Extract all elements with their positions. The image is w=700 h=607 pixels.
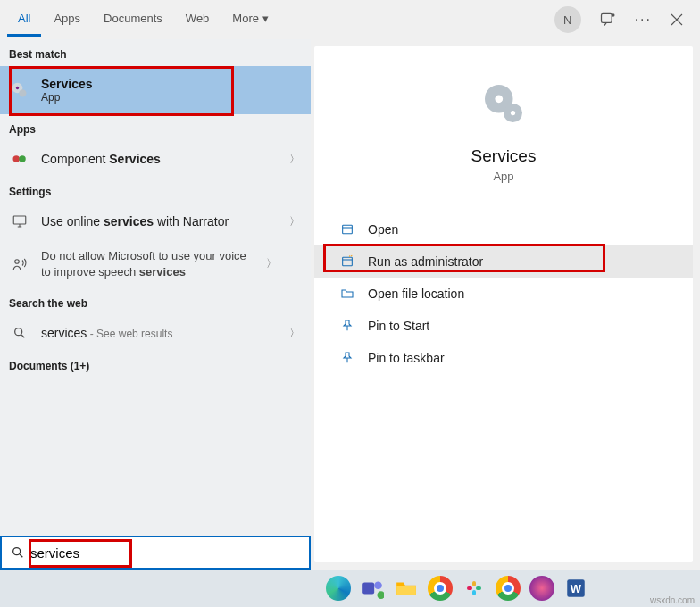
tab-apps[interactable]: Apps (43, 3, 91, 37)
tab-all[interactable]: All (7, 3, 41, 37)
highlight-run-admin (323, 244, 605, 272)
top-tabs-bar: All Apps Documents Web More ▾ N ··· (0, 0, 700, 39)
detail-panel: Services App Open Run as administrator (314, 46, 693, 562)
action-pin-to-start[interactable]: Pin to Start (314, 310, 693, 342)
folder-icon (339, 286, 355, 302)
monitor-icon (11, 212, 29, 230)
svg-point-9 (15, 328, 22, 336)
taskbar-chrome-icon[interactable] (425, 573, 455, 603)
svg-point-6 (19, 155, 26, 162)
result-speech-services[interactable]: Do not allow Microsoft to use your voice… (0, 239, 311, 288)
action-label: Pin to taskbar (368, 351, 445, 365)
svg-point-1 (612, 13, 614, 16)
svg-point-11 (495, 95, 503, 103)
action-label: Open file location (368, 287, 464, 301)
component-icon (11, 150, 29, 168)
svg-rect-24 (472, 590, 476, 595)
tab-web[interactable]: Web (175, 3, 221, 37)
svg-point-5 (13, 155, 21, 162)
chevron-down-icon: ▾ (262, 12, 269, 25)
svg-text:W: W (571, 582, 582, 595)
highlight-search-text (29, 539, 132, 568)
close-icon[interactable] (670, 12, 684, 27)
result-narrator-services[interactable]: Use online services with Narrator 〉 (0, 204, 311, 239)
tab-documents[interactable]: Documents (93, 3, 173, 37)
svg-rect-14 (343, 225, 353, 233)
svg-point-18 (374, 581, 382, 589)
result-component-services[interactable]: Component Services 〉 (0, 141, 311, 177)
highlight-best-match (9, 66, 234, 116)
pin-icon (339, 318, 355, 334)
taskbar-word-icon[interactable]: W (561, 573, 591, 603)
action-label: Open (368, 222, 398, 237)
taskbar-edge-icon[interactable] (323, 573, 354, 603)
avatar[interactable]: N (554, 6, 581, 33)
tab-more[interactable]: More ▾ (221, 3, 279, 37)
svg-rect-0 (601, 13, 612, 22)
result-web-services[interactable]: services - See web results 〉 (0, 315, 311, 351)
taskbar-chrome2-icon[interactable] (493, 573, 523, 603)
chevron-right-icon: 〉 (266, 256, 277, 270)
svg-rect-20 (396, 586, 416, 595)
action-pin-to-taskbar[interactable]: Pin to taskbar (314, 342, 693, 374)
action-open-file-location[interactable]: Open file location (314, 278, 693, 310)
result-label: services - See web results (41, 326, 277, 340)
gear-icon (479, 79, 529, 129)
taskbar-explorer-icon[interactable] (391, 573, 421, 603)
chevron-right-icon: 〉 (289, 214, 300, 229)
watermark: wsxdn.com (650, 595, 695, 605)
svg-rect-22 (476, 586, 481, 590)
result-label: Use online services with Narrator (41, 214, 277, 229)
chevron-right-icon: 〉 (289, 326, 300, 341)
results-panel: Best match Services App Apps Component S… (0, 39, 311, 570)
taskbar-app-icon[interactable] (527, 573, 557, 603)
svg-point-8 (15, 259, 20, 263)
taskbar-teams-icon[interactable] (357, 573, 388, 603)
search-bar[interactable] (0, 536, 311, 570)
taskbar-slack-icon[interactable] (459, 573, 489, 603)
open-icon (339, 221, 355, 237)
action-open[interactable]: Open (314, 213, 693, 245)
result-label: Component Services (41, 152, 277, 166)
svg-point-13 (511, 111, 515, 115)
pin-icon (339, 350, 355, 366)
person-voice-icon (11, 255, 29, 273)
svg-rect-23 (472, 581, 476, 586)
feedback-icon[interactable] (599, 11, 617, 29)
section-apps: Apps (0, 114, 311, 141)
more-icon[interactable]: ··· (635, 12, 652, 28)
chevron-right-icon: 〉 (289, 152, 300, 167)
detail-title: Services (471, 146, 537, 166)
search-icon (11, 324, 29, 342)
action-label: Pin to Start (368, 319, 429, 333)
svg-rect-17 (362, 583, 374, 595)
search-icon (11, 545, 25, 560)
section-settings: Settings (0, 177, 311, 204)
result-label: Do not allow Microsoft to use your voice… (41, 248, 254, 279)
detail-subtitle: App (493, 170, 513, 183)
tab-more-label: More (232, 12, 259, 25)
taskbar: W (0, 570, 700, 607)
section-documents: Documents (1+) (0, 351, 311, 378)
svg-rect-7 (13, 216, 26, 224)
svg-point-19 (377, 591, 384, 599)
section-best-match: Best match (0, 39, 311, 66)
svg-point-16 (13, 548, 21, 555)
section-search-web: Search the web (0, 288, 311, 315)
svg-rect-21 (467, 586, 472, 590)
